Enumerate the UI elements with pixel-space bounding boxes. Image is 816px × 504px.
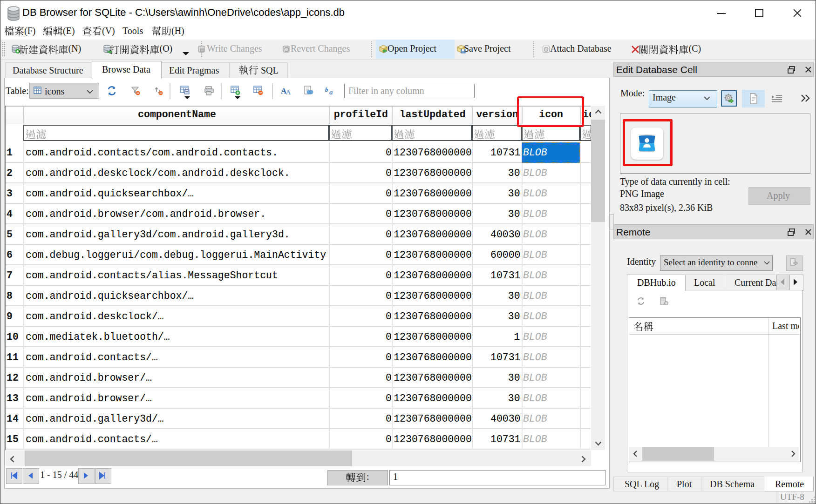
svg-text:b: b <box>325 86 328 93</box>
svg-text:A: A <box>286 89 291 95</box>
svg-text:a: a <box>329 88 333 95</box>
